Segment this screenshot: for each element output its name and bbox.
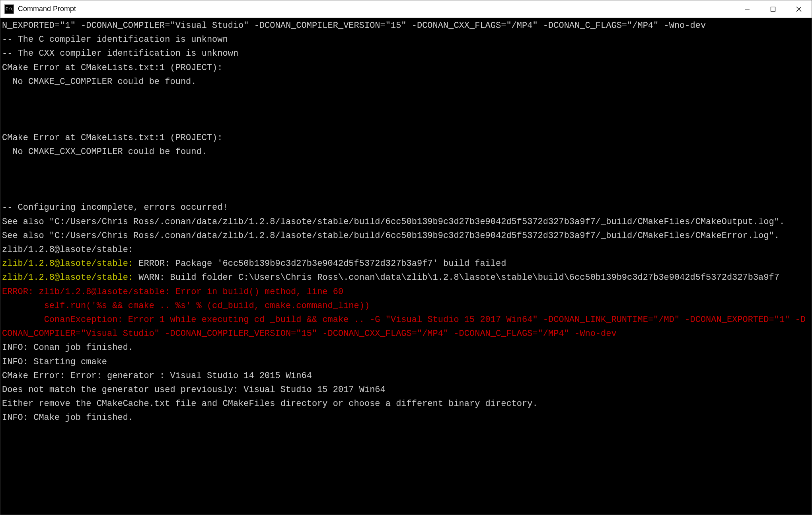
terminal-line: -- The CXX compiler identification is un…: [2, 47, 810, 60]
terminal-text: Does not match the generator used previo…: [2, 385, 386, 395]
command-prompt-window: C:\ Command Prompt N_EXPORTED="1" -DCONA…: [0, 0, 812, 515]
terminal-line: Does not match the generator used previo…: [2, 383, 810, 397]
terminal-text: -- The C compiler identification is unkn…: [2, 35, 228, 45]
terminal-text: -- Configuring incomplete, errors occurr…: [2, 203, 228, 213]
terminal-text: CMake Error at CMakeLists.txt:1 (PROJECT…: [2, 63, 223, 73]
terminal-line: zlib/1.2.8@lasote/stable: WARN: Build fo…: [2, 271, 810, 285]
terminal-line: [2, 159, 810, 173]
terminal-line: ERROR: zlib/1.2.8@lasote/stable: Error i…: [2, 285, 810, 299]
terminal-text: INFO: Starting cmake: [2, 357, 107, 367]
terminal-text: zlib/1.2.8@lasote/stable:: [2, 259, 138, 269]
terminal-line: INFO: Starting cmake: [2, 355, 810, 369]
terminal-line: CMake Error at CMakeLists.txt:1 (PROJECT…: [2, 61, 810, 75]
close-icon: [796, 6, 802, 12]
terminal-text: ConanException: Error 1 while executing …: [2, 315, 806, 339]
terminal-text: See also "C:/Users/Chris Ross/.conan/dat…: [2, 217, 785, 227]
minimize-icon: [744, 6, 750, 12]
terminal-text: WARN: Build folder C:\Users\Chris Ross\.…: [138, 273, 779, 283]
terminal-line: -- Configuring incomplete, errors occurr…: [2, 201, 810, 215]
terminal-line: INFO: Conan job finished.: [2, 341, 810, 355]
terminal-line: [2, 103, 810, 117]
terminal-line: zlib/1.2.8@lasote/stable: ERROR: Package…: [2, 257, 810, 271]
svg-rect-1: [771, 7, 775, 11]
minimize-button[interactable]: [734, 0, 760, 18]
terminal-text: self.run('%s && cmake .. %s' % (cd_build…: [2, 301, 370, 311]
terminal-text: ERROR: Package '6cc50b139b9c3d27b3e9042d…: [138, 259, 506, 269]
terminal-text: INFO: CMake job finished.: [2, 413, 133, 423]
terminal-line: self.run('%s && cmake .. %s' % (cd_build…: [2, 299, 810, 313]
titlebar[interactable]: C:\ Command Prompt: [0, 0, 812, 18]
terminal-line: See also "C:/Users/Chris Ross/.conan/dat…: [2, 215, 810, 229]
terminal-line: No CMAKE_CXX_COMPILER could be found.: [2, 145, 810, 159]
cmd-icon: C:\: [4, 4, 14, 14]
terminal-line: ConanException: Error 1 while executing …: [2, 313, 810, 341]
terminal-text: CMake Error: Error: generator : Visual S…: [2, 371, 312, 381]
terminal-text: -- The CXX compiler identification is un…: [2, 49, 238, 59]
window-controls: [734, 0, 812, 18]
terminal-line: N_EXPORTED="1" -DCONAN_COMPILER="Visual …: [2, 19, 810, 33]
terminal-text: Either remove the CMakeCache.txt file an…: [2, 399, 538, 409]
terminal-text: N_EXPORTED="1" -DCONAN_COMPILER="Visual …: [2, 21, 706, 31]
terminal-line: No CMAKE_C_COMPILER could be found.: [2, 75, 810, 89]
terminal-line: INFO: CMake job finished.: [2, 411, 810, 425]
terminal-line: Either remove the CMakeCache.txt file an…: [2, 397, 810, 411]
window-title: Command Prompt: [18, 5, 734, 13]
terminal-text: zlib/1.2.8@lasote/stable:: [2, 273, 138, 283]
terminal-text: No CMAKE_CXX_COMPILER could be found.: [2, 147, 207, 157]
close-button[interactable]: [786, 0, 812, 18]
terminal-line: See also "C:/Users/Chris Ross/.conan/dat…: [2, 229, 810, 243]
terminal-text: CMake Error at CMakeLists.txt:1 (PROJECT…: [2, 133, 223, 143]
terminal-line: [2, 117, 810, 131]
terminal-line: -- The C compiler identification is unkn…: [2, 33, 810, 47]
terminal-output[interactable]: N_EXPORTED="1" -DCONAN_COMPILER="Visual …: [0, 18, 812, 515]
terminal-line: [2, 89, 810, 103]
terminal-text: No CMAKE_C_COMPILER could be found.: [2, 77, 196, 87]
terminal-text: INFO: Conan job finished.: [2, 343, 133, 353]
terminal-line: CMake Error: Error: generator : Visual S…: [2, 369, 810, 383]
terminal-text: zlib/1.2.8@lasote/stable:: [2, 245, 133, 255]
terminal-text: See also "C:/Users/Chris Ross/.conan/dat…: [2, 231, 779, 241]
maximize-icon: [770, 6, 776, 12]
terminal-line: CMake Error at CMakeLists.txt:1 (PROJECT…: [2, 131, 810, 145]
maximize-button[interactable]: [760, 0, 786, 18]
terminal-line: zlib/1.2.8@lasote/stable:: [2, 243, 810, 257]
terminal-text: ERROR: zlib/1.2.8@lasote/stable: Error i…: [2, 287, 343, 297]
terminal-line: [2, 173, 810, 187]
terminal-line: [2, 187, 810, 201]
